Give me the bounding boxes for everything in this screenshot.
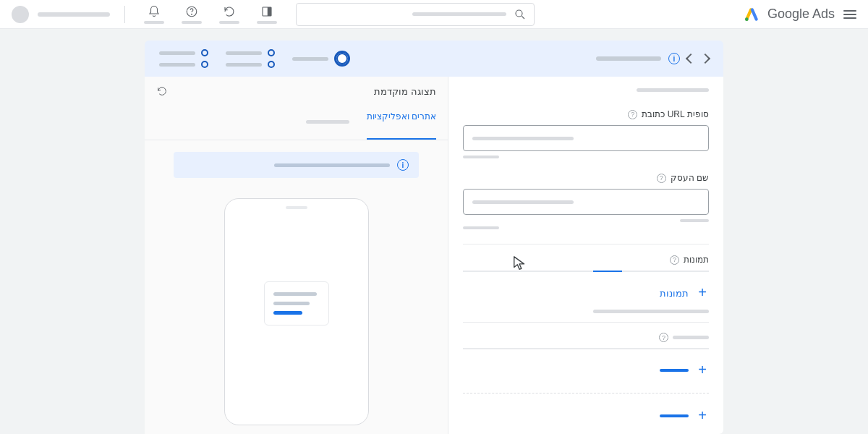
preview-title: תצוגה מוקדמת: [374, 86, 436, 97]
refresh-button[interactable]: [215, 5, 244, 24]
main-content: תצוגה מוקדמת אתרים ואפליקציות i סופית UR…: [145, 77, 723, 434]
images-progress: [463, 271, 709, 272]
preview-pane: תצוגה מוקדמת אתרים ואפליקציות i: [145, 77, 448, 434]
step-dot[interactable]: [201, 61, 208, 68]
info-icon: i: [397, 159, 409, 171]
images-section-header: תמונות ?: [463, 255, 709, 265]
account-name-placeholder: [38, 12, 110, 17]
add-images-label: תמונות: [660, 288, 689, 299]
step-group-2: [226, 49, 275, 68]
business-name-label: שם העסק: [671, 173, 709, 183]
help-circle-icon: [185, 5, 198, 18]
svg-point-5: [745, 17, 749, 21]
header-right: Google Ads: [744, 7, 856, 22]
add-images-button[interactable]: + תמונות: [463, 281, 709, 305]
step-dot[interactable]: [201, 49, 208, 56]
report-icon: [260, 5, 273, 18]
svg-point-1: [192, 14, 192, 14]
top-header: Google Ads: [0, 0, 868, 29]
plus-icon: +: [696, 409, 709, 422]
section-header: ?: [463, 333, 709, 342]
phone-preview-mock: [224, 198, 369, 425]
ad-preview-card: [264, 281, 329, 326]
form-pane: סופית URL כתובת ? שם העסק ? תמונות ?: [448, 77, 723, 434]
plus-icon: +: [696, 364, 709, 377]
search-icon: [514, 8, 527, 21]
info-icon[interactable]: i: [668, 53, 680, 64]
preview-info-banner: i: [174, 152, 419, 178]
step-dot[interactable]: [268, 49, 275, 56]
add-item-button[interactable]: +: [463, 358, 709, 383]
preview-tabs: אתרים ואפליקציות: [145, 106, 448, 140]
search-bar[interactable]: [296, 3, 535, 26]
add-item-button[interactable]: +: [463, 404, 709, 428]
reports-button[interactable]: [252, 5, 281, 24]
tab-websites-apps[interactable]: אתרים ואפליקציות: [367, 106, 436, 140]
header-left: [12, 3, 535, 26]
google-ads-logo-icon: [744, 7, 759, 22]
business-name-input[interactable]: [463, 189, 709, 215]
search-placeholder: [412, 12, 506, 16]
divider: [124, 6, 125, 23]
notifications-button[interactable]: [140, 5, 169, 24]
brand-text: Google Ads: [767, 7, 835, 22]
svg-point-4: [516, 10, 522, 17]
step-group-1: [159, 49, 208, 68]
help-icon[interactable]: ?: [657, 174, 666, 183]
help-icon[interactable]: ?: [628, 110, 637, 119]
plus-icon: +: [696, 286, 709, 299]
menu-button[interactable]: [843, 8, 856, 21]
bell-icon: [148, 5, 161, 18]
ad-group-placeholder: [637, 88, 709, 92]
campaign-name-placeholder: [596, 56, 661, 61]
business-name-field: שם העסק ?: [463, 173, 709, 229]
url-suffix-label: סופית URL כתובת: [642, 109, 709, 119]
help-icon[interactable]: ?: [670, 255, 679, 265]
prev-step-button[interactable]: [686, 54, 696, 64]
help-icon[interactable]: ?: [659, 333, 668, 342]
current-step-indicator: [334, 51, 350, 67]
url-suffix-field: סופית URL כתובת ?: [463, 109, 709, 158]
next-step-button[interactable]: [700, 54, 710, 64]
svg-rect-3: [268, 7, 271, 16]
campaign-stepper: i: [145, 41, 723, 77]
url-suffix-input[interactable]: [463, 125, 709, 151]
tab-placeholder[interactable]: [306, 106, 349, 140]
avatar[interactable]: [12, 6, 29, 23]
step-dot[interactable]: [268, 61, 275, 68]
refresh-preview-button[interactable]: [156, 85, 168, 97]
help-button[interactable]: [177, 5, 206, 24]
refresh-icon: [223, 5, 236, 18]
images-label: תמונות: [684, 255, 709, 265]
step-current: [292, 51, 350, 67]
